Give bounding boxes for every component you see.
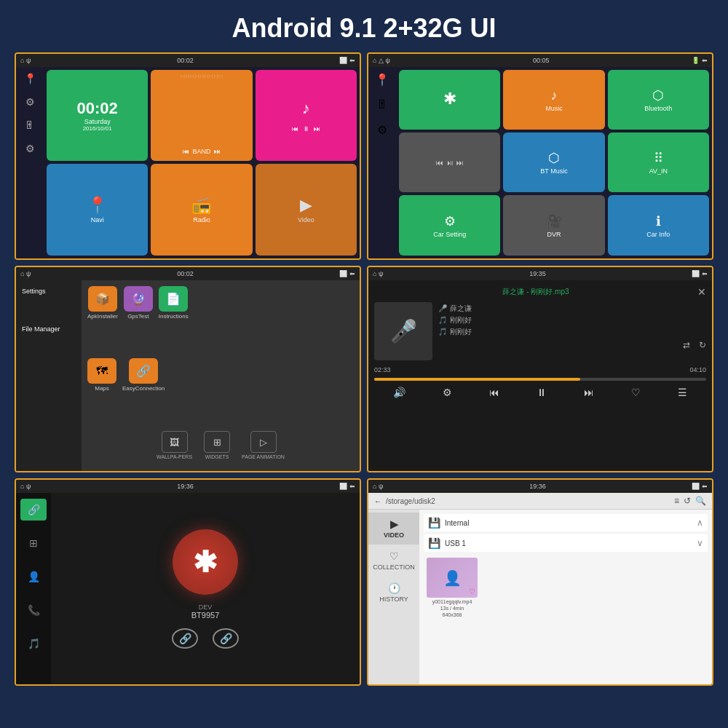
- title-row: 🎵 刚刚好: [438, 315, 706, 325]
- sidebar-music[interactable]: 🎵: [20, 633, 47, 654]
- heart-icon[interactable]: ♡: [631, 387, 641, 398]
- next-button[interactable]: ⏭: [584, 387, 594, 398]
- av-in-tile[interactable]: ⠿ AV_IN: [608, 132, 709, 192]
- player-controls-tile[interactable]: ⏮⏯⏭: [399, 132, 500, 192]
- s4-info: 🎤 薛之谦 🎵 刚刚好 🎵 刚刚好 ⇄ ↻: [438, 302, 706, 350]
- link-button-2[interactable]: 🔗: [213, 628, 239, 649]
- avin-label: AV_IN: [649, 167, 668, 175]
- bt-music-tile[interactable]: ⬡ BT Music: [503, 132, 604, 192]
- avin-icon: ⠿: [654, 150, 663, 166]
- s6-sidebar: ▶ VIDEO ♡ COLLECTION 🕐 HISTORY: [368, 510, 419, 684]
- app-easyconnection[interactable]: 🔗 EasyConnection: [122, 358, 165, 392]
- app-maps[interactable]: 🗺 Maps: [87, 358, 116, 392]
- music-tile-s1[interactable]: ♪ ⏮ ⏸ ⏭: [256, 70, 357, 161]
- file-path: /storage/udisk2: [386, 497, 670, 505]
- nav-history[interactable]: 🕐 HISTORY: [368, 577, 419, 609]
- bluetooth-tile[interactable]: ✱: [399, 70, 500, 130]
- play-pause-button[interactable]: ⏸: [537, 387, 547, 398]
- folder-usb1[interactable]: 💾 USB 1 ∨: [424, 534, 708, 552]
- status-time-2: 00:05: [533, 57, 550, 64]
- s5-body: 🔗 ⊞ 👤 📞 🎵 ✱ DEV BT9957: [16, 493, 360, 684]
- bluetooth-button[interactable]: ✱: [173, 529, 238, 595]
- sidebar-calls[interactable]: 📞: [20, 599, 47, 621]
- s1-body: 📍 ⚙ 🎚 ⚙ 00:02 Saturday 2016/10/01 HHHHHH…: [16, 67, 360, 258]
- dvr-icon: 🎥: [546, 213, 562, 229]
- artist-icon: 🎤: [438, 304, 447, 312]
- video-tile[interactable]: ▶ Video: [256, 164, 357, 255]
- status-bar-6: ⌂ ψ 19:36 ⬜ ⬅: [368, 480, 712, 493]
- carinfo-label: Car Info: [646, 231, 670, 238]
- tune-icon-s1: 🎚: [25, 119, 35, 131]
- sidebar-settings[interactable]: Settings: [19, 283, 79, 299]
- dvr-tile[interactable]: 🎥 DVR: [503, 195, 604, 255]
- subtitle-icon: 🎵: [438, 328, 447, 336]
- status-right-4: ⬜ ⬅: [692, 270, 708, 277]
- maps-icon: 🗺: [87, 358, 116, 384]
- sort-icon[interactable]: ≡: [674, 496, 679, 506]
- refresh-icon[interactable]: ↺: [684, 496, 691, 506]
- s1-row-bottom: 📍 Navi 📻 Radio ▶ Video: [47, 164, 357, 255]
- collection-nav-label: COLLECTION: [373, 563, 415, 571]
- radio-tile-2[interactable]: 📻 Radio: [151, 164, 252, 255]
- equalizer-icon[interactable]: ⚙: [443, 387, 452, 398]
- inst-icon: 📄: [159, 286, 188, 312]
- video-label: Video: [298, 216, 314, 223]
- nav-video[interactable]: ▶ VIDEO: [368, 513, 419, 545]
- widgets-btn[interactable]: ⊞ WIDGETS: [204, 431, 230, 459]
- close-button-s4[interactable]: ✕: [697, 286, 706, 298]
- status-bar-2: ⌂ △ ψ 00:05 🔋 ⬅: [368, 54, 712, 67]
- s1-sidebar: 📍 ⚙ 🎚 ⚙: [16, 67, 44, 258]
- video-nav-label: VIDEO: [384, 531, 404, 539]
- status-time-6: 19:36: [529, 483, 546, 490]
- wallpaper-btn[interactable]: 🖼 WALLPA-PERS: [157, 431, 192, 459]
- device-row: DEV BT9957: [191, 604, 220, 620]
- music-icon-s2: ♪: [550, 88, 557, 103]
- car-setting-tile[interactable]: ⚙ Car Setting: [399, 195, 500, 255]
- page-animation-btn[interactable]: ▷ PAGE ANIMATION: [242, 431, 285, 459]
- nav-collection[interactable]: ♡ COLLECTION: [368, 545, 419, 577]
- music-tile-s2[interactable]: ♪ Music: [503, 70, 604, 130]
- app-gpstest[interactable]: 🔮 GpsTest: [124, 286, 153, 320]
- internal-label: Internal: [445, 519, 692, 527]
- search-icon-s6[interactable]: 🔍: [695, 496, 706, 506]
- status-left-5: ⌂ ψ: [20, 483, 31, 490]
- prev-button[interactable]: ⏮: [489, 387, 499, 398]
- history-nav-label: HISTORY: [379, 596, 408, 603]
- app-apkinstaller[interactable]: 📦 ApkInstaller: [87, 286, 118, 320]
- status-bar-3: ⌂ ψ 00:02 ⬜ ⬅: [16, 267, 360, 280]
- progress-bar[interactable]: [374, 378, 706, 381]
- sidebar-filemanager[interactable]: File Manager: [19, 321, 79, 337]
- gear-icon-s1: ⚙: [25, 143, 35, 154]
- car-info-tile[interactable]: ℹ Car Info: [608, 195, 709, 255]
- status-time-5: 19:36: [177, 483, 194, 490]
- wallpaper-icon: 🖼: [162, 431, 188, 453]
- radio-tile[interactable]: HHHHHHHHH ⏮ BAND ⏭: [151, 70, 252, 161]
- screen-home: ⌂ ψ 00:02 ⬜ ⬅ 📍 ⚙ 🎚 ⚙ 00:02 Saturday: [15, 52, 361, 260]
- video-thumbnail[interactable]: 👤 ♡ y0011egqqlv.mp4 13s / 4min 640x368: [427, 558, 478, 617]
- sidebar-contacts[interactable]: 👤: [20, 566, 47, 587]
- progress-fill: [374, 378, 580, 381]
- folder-internal[interactable]: 💾 Internal ∧: [424, 514, 708, 531]
- link-button-1[interactable]: 🔗: [172, 628, 198, 649]
- playlist-icon[interactable]: ☰: [678, 387, 687, 398]
- internal-arrow: ∧: [697, 518, 703, 528]
- status-left-3: ⌂ ψ: [20, 270, 31, 277]
- bluetooth-tile-2[interactable]: ⬡ Bluetooth: [608, 70, 709, 130]
- carsetting-icon: ⚙: [444, 213, 456, 229]
- s5-sidebar: 🔗 ⊞ 👤 📞 🎵: [16, 493, 51, 684]
- sidebar-link[interactable]: 🔗: [20, 499, 47, 521]
- volume-icon[interactable]: 🔊: [393, 387, 405, 398]
- s2-sidebar: 📍 🎚 ⚙: [368, 67, 396, 258]
- animation-label: PAGE ANIMATION: [242, 454, 285, 459]
- navi-tile[interactable]: 📍 Navi: [47, 164, 148, 255]
- repeat-icon[interactable]: ↻: [699, 340, 706, 350]
- sidebar-dialpad[interactable]: ⊞: [20, 532, 47, 554]
- gear-icon-s2: ⚙: [377, 123, 387, 137]
- clock-tile[interactable]: 00:02 Saturday 2016/10/01: [47, 70, 148, 161]
- shuffle-icon[interactable]: ⇄: [683, 340, 690, 350]
- thumb-resolution: 640x368: [427, 612, 478, 617]
- back-arrow-s6[interactable]: ←: [374, 497, 381, 505]
- usb1-arrow: ∨: [697, 538, 703, 548]
- app-instructions[interactable]: 📄 Instructions: [159, 286, 189, 320]
- bt-music-icon: ⬡: [548, 150, 560, 166]
